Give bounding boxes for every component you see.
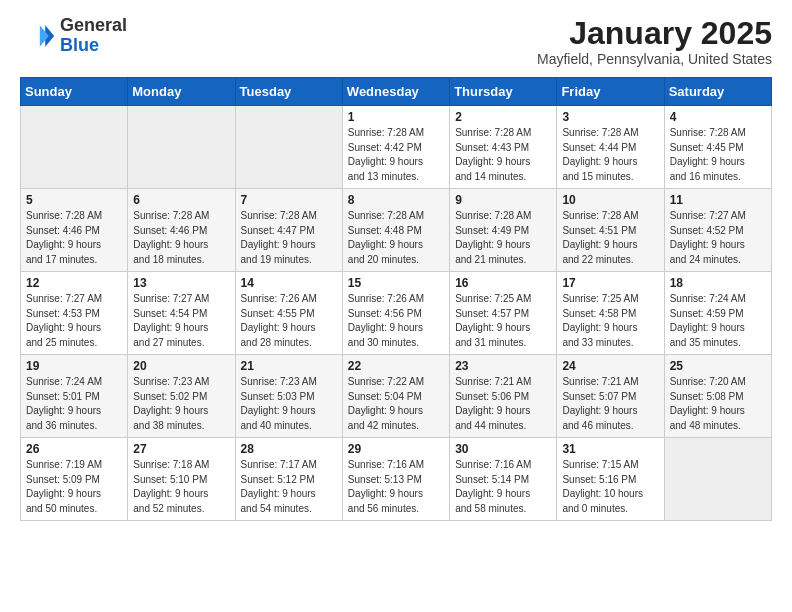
table-row: 27Sunrise: 7:18 AMSunset: 5:10 PMDayligh… (128, 438, 235, 521)
day-info: Sunrise: 7:19 AMSunset: 5:09 PMDaylight:… (26, 458, 122, 516)
daylight-text: Daylight: 9 hours (348, 322, 423, 333)
sunrise-text: Sunrise: 7:27 AM (133, 293, 209, 304)
day-info: Sunrise: 7:23 AMSunset: 5:03 PMDaylight:… (241, 375, 337, 433)
day-info: Sunrise: 7:24 AMSunset: 5:01 PMDaylight:… (26, 375, 122, 433)
daylight-text: Daylight: 9 hours (241, 405, 316, 416)
daylight-text-2: and 15 minutes. (562, 171, 633, 182)
day-info: Sunrise: 7:28 AMSunset: 4:42 PMDaylight:… (348, 126, 444, 184)
day-number: 14 (241, 276, 337, 290)
daylight-text: Daylight: 9 hours (562, 405, 637, 416)
sunrise-text: Sunrise: 7:23 AM (133, 376, 209, 387)
daylight-text-2: and 0 minutes. (562, 503, 628, 514)
day-number: 18 (670, 276, 766, 290)
day-info: Sunrise: 7:28 AMSunset: 4:46 PMDaylight:… (26, 209, 122, 267)
daylight-text-2: and 30 minutes. (348, 337, 419, 348)
daylight-text: Daylight: 9 hours (133, 239, 208, 250)
calendar-week-row: 26Sunrise: 7:19 AMSunset: 5:09 PMDayligh… (21, 438, 772, 521)
day-info: Sunrise: 7:28 AMSunset: 4:48 PMDaylight:… (348, 209, 444, 267)
day-info: Sunrise: 7:25 AMSunset: 4:57 PMDaylight:… (455, 292, 551, 350)
daylight-text-2: and 19 minutes. (241, 254, 312, 265)
sunset-text: Sunset: 4:42 PM (348, 142, 422, 153)
sunset-text: Sunset: 4:44 PM (562, 142, 636, 153)
sunset-text: Sunset: 5:16 PM (562, 474, 636, 485)
daylight-text-2: and 24 minutes. (670, 254, 741, 265)
day-number: 30 (455, 442, 551, 456)
daylight-text: Daylight: 9 hours (562, 156, 637, 167)
daylight-text: Daylight: 9 hours (455, 156, 530, 167)
calendar-table: Sunday Monday Tuesday Wednesday Thursday… (20, 77, 772, 521)
sunset-text: Sunset: 5:13 PM (348, 474, 422, 485)
day-info: Sunrise: 7:28 AMSunset: 4:44 PMDaylight:… (562, 126, 658, 184)
daylight-text: Daylight: 9 hours (348, 405, 423, 416)
logo-icon (20, 18, 56, 54)
daylight-text-2: and 16 minutes. (670, 171, 741, 182)
sunrise-text: Sunrise: 7:21 AM (455, 376, 531, 387)
sunset-text: Sunset: 4:57 PM (455, 308, 529, 319)
table-row: 3Sunrise: 7:28 AMSunset: 4:44 PMDaylight… (557, 106, 664, 189)
month-title: January 2025 (537, 16, 772, 51)
daylight-text-2: and 42 minutes. (348, 420, 419, 431)
day-number: 23 (455, 359, 551, 373)
day-info: Sunrise: 7:28 AMSunset: 4:51 PMDaylight:… (562, 209, 658, 267)
day-info: Sunrise: 7:28 AMSunset: 4:49 PMDaylight:… (455, 209, 551, 267)
daylight-text: Daylight: 9 hours (562, 239, 637, 250)
table-row: 22Sunrise: 7:22 AMSunset: 5:04 PMDayligh… (342, 355, 449, 438)
day-number: 19 (26, 359, 122, 373)
sunset-text: Sunset: 4:46 PM (26, 225, 100, 236)
day-info: Sunrise: 7:17 AMSunset: 5:12 PMDaylight:… (241, 458, 337, 516)
table-row: 24Sunrise: 7:21 AMSunset: 5:07 PMDayligh… (557, 355, 664, 438)
day-info: Sunrise: 7:22 AMSunset: 5:04 PMDaylight:… (348, 375, 444, 433)
table-row: 5Sunrise: 7:28 AMSunset: 4:46 PMDaylight… (21, 189, 128, 272)
sunset-text: Sunset: 4:51 PM (562, 225, 636, 236)
title-block: January 2025 Mayfield, Pennsylvania, Uni… (537, 16, 772, 67)
calendar-week-row: 19Sunrise: 7:24 AMSunset: 5:01 PMDayligh… (21, 355, 772, 438)
daylight-text: Daylight: 9 hours (241, 239, 316, 250)
day-info: Sunrise: 7:18 AMSunset: 5:10 PMDaylight:… (133, 458, 229, 516)
sunset-text: Sunset: 4:52 PM (670, 225, 744, 236)
sunrise-text: Sunrise: 7:23 AM (241, 376, 317, 387)
sunset-text: Sunset: 4:56 PM (348, 308, 422, 319)
daylight-text-2: and 14 minutes. (455, 171, 526, 182)
sunrise-text: Sunrise: 7:19 AM (26, 459, 102, 470)
sunrise-text: Sunrise: 7:28 AM (133, 210, 209, 221)
calendar-week-row: 1Sunrise: 7:28 AMSunset: 4:42 PMDaylight… (21, 106, 772, 189)
day-number: 7 (241, 193, 337, 207)
daylight-text-2: and 33 minutes. (562, 337, 633, 348)
day-info: Sunrise: 7:15 AMSunset: 5:16 PMDaylight:… (562, 458, 658, 516)
daylight-text-2: and 17 minutes. (26, 254, 97, 265)
day-number: 11 (670, 193, 766, 207)
sunset-text: Sunset: 4:58 PM (562, 308, 636, 319)
day-number: 24 (562, 359, 658, 373)
daylight-text-2: and 21 minutes. (455, 254, 526, 265)
sunset-text: Sunset: 5:03 PM (241, 391, 315, 402)
sunrise-text: Sunrise: 7:22 AM (348, 376, 424, 387)
sunrise-text: Sunrise: 7:28 AM (562, 210, 638, 221)
col-friday: Friday (557, 78, 664, 106)
table-row: 7Sunrise: 7:28 AMSunset: 4:47 PMDaylight… (235, 189, 342, 272)
sunrise-text: Sunrise: 7:20 AM (670, 376, 746, 387)
daylight-text-2: and 28 minutes. (241, 337, 312, 348)
page: General Blue January 2025 Mayfield, Penn… (0, 0, 792, 537)
sunset-text: Sunset: 4:43 PM (455, 142, 529, 153)
daylight-text: Daylight: 9 hours (133, 322, 208, 333)
day-number: 13 (133, 276, 229, 290)
daylight-text: Daylight: 9 hours (455, 488, 530, 499)
day-number: 1 (348, 110, 444, 124)
daylight-text-2: and 40 minutes. (241, 420, 312, 431)
daylight-text-2: and 58 minutes. (455, 503, 526, 514)
daylight-text-2: and 31 minutes. (455, 337, 526, 348)
day-info: Sunrise: 7:21 AMSunset: 5:07 PMDaylight:… (562, 375, 658, 433)
day-number: 15 (348, 276, 444, 290)
table-row: 19Sunrise: 7:24 AMSunset: 5:01 PMDayligh… (21, 355, 128, 438)
sunset-text: Sunset: 5:02 PM (133, 391, 207, 402)
table-row: 12Sunrise: 7:27 AMSunset: 4:53 PMDayligh… (21, 272, 128, 355)
day-number: 5 (26, 193, 122, 207)
daylight-text-2: and 22 minutes. (562, 254, 633, 265)
table-row: 18Sunrise: 7:24 AMSunset: 4:59 PMDayligh… (664, 272, 771, 355)
daylight-text: Daylight: 9 hours (562, 322, 637, 333)
table-row: 6Sunrise: 7:28 AMSunset: 4:46 PMDaylight… (128, 189, 235, 272)
daylight-text: Daylight: 9 hours (670, 156, 745, 167)
day-info: Sunrise: 7:16 AMSunset: 5:14 PMDaylight:… (455, 458, 551, 516)
sunrise-text: Sunrise: 7:27 AM (26, 293, 102, 304)
sunset-text: Sunset: 4:49 PM (455, 225, 529, 236)
